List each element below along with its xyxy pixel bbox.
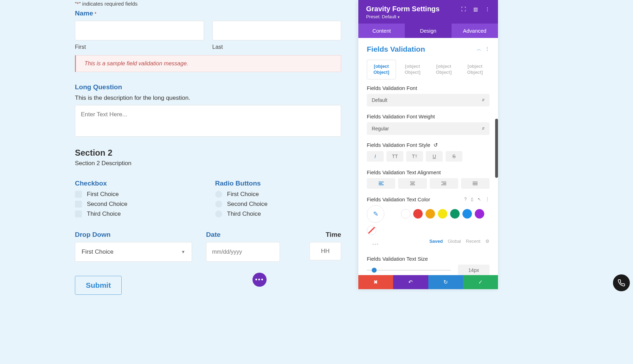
section-menu-icon[interactable]: ⋮ bbox=[485, 46, 490, 52]
checkbox-3[interactable] bbox=[75, 210, 82, 217]
swatch-yellow[interactable] bbox=[438, 209, 447, 219]
strikethrough-button[interactable]: S bbox=[446, 151, 462, 162]
reset-icon[interactable]: ↻ bbox=[433, 142, 438, 148]
help-icon[interactable]: ? bbox=[464, 197, 467, 202]
validation-section-title[interactable]: Fields Validation bbox=[367, 45, 425, 53]
style-label: Fields Validation Font Style ↻ bbox=[367, 142, 490, 148]
last-sublabel: Last bbox=[212, 44, 341, 50]
smallcaps-button[interactable]: TT bbox=[406, 151, 423, 162]
collapse-icon[interactable]: ︿ bbox=[477, 46, 481, 52]
swatch-white[interactable] bbox=[401, 209, 410, 219]
section2-desc: Section 2 Description bbox=[75, 160, 341, 167]
time-input[interactable] bbox=[309, 242, 341, 260]
date-input[interactable] bbox=[206, 242, 280, 262]
confirm-button[interactable]: ✓ bbox=[463, 275, 498, 289]
font-select[interactable]: Default⇵ bbox=[367, 94, 490, 106]
chat-fab[interactable] bbox=[613, 274, 630, 291]
color-tab-recent[interactable]: Recent bbox=[466, 239, 480, 244]
columns-icon[interactable]: ▥ bbox=[473, 6, 478, 12]
checkbox-2[interactable] bbox=[75, 201, 82, 208]
align-center-button[interactable] bbox=[398, 178, 427, 189]
tab-design[interactable]: Design bbox=[405, 24, 451, 38]
expand-icon[interactable]: ⛶ bbox=[461, 6, 466, 12]
dropdown-select[interactable]: First Choice▼ bbox=[75, 242, 192, 262]
uppercase-button[interactable]: TT bbox=[386, 151, 403, 162]
section2-title: Section 2 bbox=[75, 148, 341, 158]
preset-selector[interactable]: Preset: Default▼ bbox=[366, 14, 490, 19]
swatch-green[interactable] bbox=[450, 209, 460, 219]
swatch-red[interactable] bbox=[413, 209, 423, 219]
radio-1[interactable] bbox=[215, 191, 222, 198]
long-question-textarea[interactable] bbox=[75, 105, 341, 137]
eyedropper-button[interactable]: ✎ bbox=[367, 205, 384, 223]
mobile-icon[interactable]: ▯ bbox=[471, 197, 473, 202]
align-left-button[interactable] bbox=[367, 178, 395, 189]
font-label: Fields Validation Font bbox=[367, 85, 490, 91]
time-label: Time bbox=[294, 231, 341, 239]
required-fields-note: "*" indicates required fields bbox=[75, 0, 341, 9]
checkbox-label-1: First Choice bbox=[87, 191, 119, 198]
radio-2[interactable] bbox=[215, 201, 222, 208]
color-tab-global[interactable]: Global bbox=[448, 239, 461, 244]
first-sublabel: First bbox=[75, 44, 204, 50]
align-label: Fields Validation Text Alignment bbox=[367, 169, 490, 175]
slider-thumb[interactable] bbox=[372, 268, 377, 273]
subtab-1[interactable]: [object Object] bbox=[367, 60, 396, 79]
underline-button[interactable]: U bbox=[426, 151, 443, 162]
italic-button[interactable]: I bbox=[367, 151, 384, 162]
checkbox-group-label: Checkbox bbox=[75, 180, 201, 187]
weight-select[interactable]: Regular⇵ bbox=[367, 122, 490, 135]
more-swatches-icon[interactable]: ••• bbox=[372, 242, 379, 247]
panel-title: Gravity Form Settings bbox=[366, 5, 440, 13]
checkbox-label-2: Second Choice bbox=[87, 201, 127, 208]
validation-message: This is a sample field validation messag… bbox=[75, 55, 341, 72]
size-value[interactable]: 14px bbox=[458, 265, 490, 275]
size-slider[interactable] bbox=[367, 270, 451, 271]
swatch-purple[interactable] bbox=[475, 209, 484, 219]
align-right-button[interactable] bbox=[430, 178, 458, 189]
color-tab-saved[interactable]: Saved bbox=[429, 239, 443, 244]
caret-down-icon: ▼ bbox=[181, 249, 185, 254]
radio-label-2: Second Choice bbox=[227, 201, 268, 208]
subtab-4[interactable]: [object Object] bbox=[460, 60, 490, 79]
cancel-button[interactable]: ✖ bbox=[358, 275, 393, 289]
long-question-label: Long Question bbox=[75, 83, 341, 91]
size-label: Fields Validation Text Size bbox=[367, 256, 490, 262]
radio-group-label: Radio Buttons bbox=[215, 180, 341, 187]
swatch-blue[interactable] bbox=[462, 209, 472, 219]
first-name-input[interactable] bbox=[75, 21, 204, 40]
subtab-2[interactable]: [object Object] bbox=[398, 60, 427, 79]
last-name-input[interactable] bbox=[212, 21, 341, 40]
swatch-transparent[interactable] bbox=[367, 226, 376, 235]
gear-icon[interactable]: ⚙ bbox=[485, 239, 490, 244]
radio-label-1: First Choice bbox=[227, 191, 259, 198]
more-menu-icon[interactable]: ⋮ bbox=[485, 6, 490, 12]
scrollbar-thumb[interactable] bbox=[495, 119, 498, 178]
checkbox-1[interactable] bbox=[75, 191, 82, 198]
radio-label-3: Third Choice bbox=[227, 210, 261, 217]
align-justify-button[interactable] bbox=[461, 178, 490, 189]
name-field-label: Name* bbox=[75, 9, 341, 17]
checkbox-label-3: Third Choice bbox=[87, 210, 121, 217]
subtab-3[interactable]: [object Object] bbox=[429, 60, 459, 79]
hover-icon[interactable]: ↖ bbox=[478, 197, 481, 202]
tab-advanced[interactable]: Advanced bbox=[452, 24, 498, 38]
tab-content[interactable]: Content bbox=[358, 24, 405, 38]
submit-button[interactable]: Submit bbox=[75, 276, 122, 295]
settings-panel: Gravity Form Settings ⛶ ▥ ⋮ Preset: Defa… bbox=[358, 0, 498, 289]
radio-3[interactable] bbox=[215, 210, 222, 217]
weight-label: Fields Validation Font Weight bbox=[367, 113, 490, 119]
color-label: Fields Validation Text Color bbox=[367, 196, 430, 202]
color-menu-icon[interactable]: ⋮ bbox=[485, 197, 490, 202]
more-actions-fab[interactable]: ••• bbox=[252, 273, 267, 287]
dropdown-label: Drop Down bbox=[75, 231, 192, 239]
long-question-desc: This is the description for the long que… bbox=[75, 95, 341, 102]
undo-button[interactable]: ↶ bbox=[393, 275, 428, 289]
redo-button[interactable]: ↻ bbox=[428, 275, 463, 289]
date-label: Date bbox=[206, 231, 280, 239]
swatch-orange[interactable] bbox=[426, 209, 435, 219]
swatch-black[interactable] bbox=[389, 209, 398, 219]
